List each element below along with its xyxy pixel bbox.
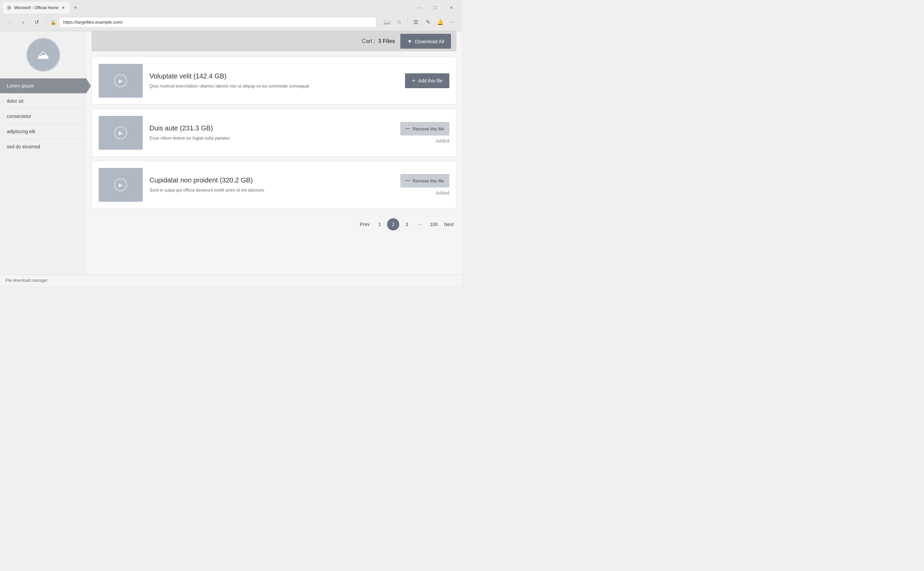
sidebar-item-adipiscing[interactable]: adipiscing elit: [0, 124, 86, 139]
reading-view-icon[interactable]: 📖: [382, 17, 393, 28]
file-info-1: Voluptate velit (142.4 GB) Quis nostrud …: [149, 72, 398, 90]
lock-icon: 🔒: [50, 20, 56, 25]
sidebar-item-label: dolor sit: [7, 98, 23, 104]
sidebar-item-consectetur[interactable]: consectetur: [0, 109, 86, 123]
file-actions-2: ─ Remove this file Added: [400, 122, 449, 144]
play-icon-3: ▶: [114, 178, 127, 191]
sidebar-item-label: adipiscing elit: [7, 129, 35, 134]
sidebar-item-lorem-ipsum[interactable]: Lorem ipsum: [0, 79, 86, 93]
remove-file-button-3[interactable]: ─ Remove this file: [400, 174, 449, 188]
url-text: https://largefiles.example.com/: [63, 20, 123, 25]
tab-close-icon[interactable]: ✕: [61, 5, 65, 11]
sidebar-item-dolor-sit[interactable]: dolor sit: [0, 94, 86, 108]
file-info-3: Cupidatat non proident (320.2 GB) Sunt i…: [149, 176, 393, 194]
toolbar-separator: [46, 18, 46, 26]
file-card-3: ▶ Cupidatat non proident (320.2 GB) Sunt…: [91, 161, 457, 209]
footer: File download manager: [0, 275, 462, 286]
page-button-100[interactable]: 100: [428, 218, 440, 230]
title-bar: Microsoft - Official Home ✕ + ─ ☐ ✕: [0, 0, 462, 14]
browser-tab[interactable]: Microsoft - Official Home ✕: [3, 2, 69, 14]
file-title-3: Cupidatat non proident (320.2 GB): [149, 176, 393, 184]
download-icon: ▼: [407, 39, 412, 44]
tab-favicon: [7, 5, 11, 10]
sidebar: ⛰ Lorem ipsum dolor sit consectetur adip…: [0, 31, 86, 275]
page-button-1[interactable]: 1: [374, 218, 386, 230]
file-info-2: Duis aute (231.3 GB) Esse cillum dolore …: [149, 124, 393, 142]
svg-point-0: [8, 6, 11, 9]
download-all-button[interactable]: ▼ Download All: [400, 34, 451, 49]
added-label-2: Added: [436, 138, 449, 144]
more-icon[interactable]: ···: [447, 17, 458, 28]
sidebar-item-label: Lorem ipsum: [7, 83, 34, 88]
close-button[interactable]: ✕: [444, 2, 459, 14]
file-actions-1: + Add this file: [405, 73, 449, 88]
url-bar[interactable]: https://largefiles.example.com/: [59, 17, 376, 28]
tab-title: Microsoft - Official Home: [14, 5, 59, 10]
page-content: ⛰ Lorem ipsum dolor sit consectetur adip…: [0, 31, 462, 275]
maximize-button[interactable]: ☐: [427, 2, 443, 14]
file-thumbnail-3: ▶: [99, 168, 143, 202]
minus-icon: ─: [406, 125, 410, 131]
page-button-3[interactable]: 3: [401, 218, 413, 230]
next-button[interactable]: Next: [441, 218, 457, 230]
footer-label: File download manager: [5, 278, 48, 283]
remove-file-label: Remove this file: [413, 178, 444, 184]
cart-header: Cart : 3 Files ▼ Download All: [91, 31, 457, 51]
notifications-icon[interactable]: 🔔: [435, 17, 446, 28]
avatar: ⛰: [26, 38, 60, 72]
file-thumbnail-1: ▶: [99, 64, 143, 98]
main-content: Cart : 3 Files ▼ Download All ▶ Voluptat…: [86, 31, 462, 275]
file-card-2: ▶ Duis aute (231.3 GB) Esse cillum dolor…: [91, 109, 457, 157]
file-thumbnail-2: ▶: [99, 116, 143, 150]
back-button[interactable]: ‹: [4, 17, 15, 28]
sidebar-item-label: sed do eiusmod: [7, 144, 40, 149]
play-icon-2: ▶: [114, 127, 127, 139]
minimize-button[interactable]: ─: [411, 2, 427, 14]
address-bar: ‹ › ↺ 🔒 https://largefiles.example.com/ …: [0, 14, 462, 31]
page-ellipsis: ···: [414, 218, 426, 230]
add-file-label: Add this file: [418, 78, 443, 83]
download-all-label: Download All: [415, 39, 444, 44]
add-file-button-1[interactable]: + Add this file: [405, 73, 449, 88]
remove-file-button-2[interactable]: ─ Remove this file: [400, 122, 449, 136]
sidebar-item-sed-do[interactable]: sed do eiusmod: [0, 139, 86, 154]
play-icon-1: ▶: [114, 74, 127, 87]
file-desc-1: Quis nostrud exercitation ullamco labori…: [149, 83, 398, 90]
reload-button[interactable]: ↺: [31, 17, 42, 28]
cart-count: 3 Files: [378, 38, 395, 44]
new-tab-button[interactable]: +: [71, 3, 80, 12]
file-title-1: Voluptate velit (142.4 GB): [149, 72, 398, 80]
remove-file-label: Remove this file: [413, 127, 444, 131]
file-desc-3: Sunt in culpa qui officia deserunt molli…: [149, 187, 393, 194]
file-card-1: ▶ Voluptate velit (142.4 GB) Quis nostru…: [91, 57, 457, 105]
forward-button[interactable]: ›: [18, 17, 28, 28]
minus-icon: ─: [406, 177, 410, 184]
collections-icon[interactable]: ☰: [410, 17, 421, 28]
toolbar-icons: 📖 ☆ ☰ ✎ 🔔 ···: [382, 17, 458, 28]
file-actions-3: ─ Remove this file Added: [400, 174, 449, 196]
file-title-2: Duis aute (231.3 GB): [149, 124, 393, 132]
pagination: Prev 1 2 3 ··· 100 Next: [91, 213, 457, 236]
prev-button[interactable]: Prev: [357, 218, 372, 230]
window-controls: ─ ☐ ✕: [411, 2, 459, 14]
file-desc-2: Esse cillum dolore eu fugiat nulla paria…: [149, 135, 393, 142]
cart-label: Cart : 3 Files: [362, 38, 395, 44]
favorites-icon[interactable]: ☆: [394, 17, 405, 28]
avatar-icon: ⛰: [37, 48, 50, 62]
page-button-2[interactable]: 2: [387, 218, 399, 230]
icon-separator: [407, 17, 408, 25]
sidebar-item-label: consectetur: [7, 114, 31, 119]
added-label-3: Added: [436, 190, 449, 196]
plus-icon: +: [412, 77, 415, 85]
edit-icon[interactable]: ✎: [423, 17, 433, 28]
